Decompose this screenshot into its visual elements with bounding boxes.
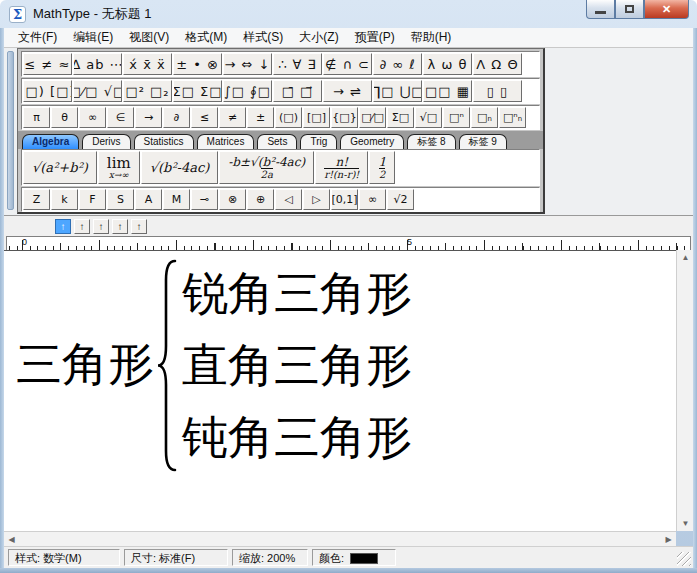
equation-left-label[interactable]: 三角形 bbox=[16, 334, 154, 396]
menu-item-6[interactable]: 预置(P) bbox=[347, 27, 403, 48]
small-bar-bottom-btn-8[interactable]: ⊕ bbox=[247, 189, 274, 210]
algebra-expression-btn-5[interactable]: 12 bbox=[369, 151, 395, 184]
menu-item-5[interactable]: 大小(Z) bbox=[291, 27, 346, 48]
algebra-expression-btn-4[interactable]: n!r!(n-r)! bbox=[315, 151, 368, 184]
small-bar-bottom-btn-12[interactable]: ∞ bbox=[359, 189, 386, 210]
menu-item-4[interactable]: 样式(S) bbox=[235, 27, 291, 48]
small-bar-top-btn-12[interactable]: □⁄□ bbox=[359, 107, 386, 128]
symbol-palette-4[interactable]: → ⇔ ↓ bbox=[223, 53, 272, 75]
title-bar[interactable]: Σ MathType - 无标题 1 ✕ bbox=[0, 0, 697, 28]
symbol-palette-6[interactable]: ∉ ∩ ⊂ bbox=[323, 53, 372, 75]
template-palette-7[interactable]: ∏□ ⋃□ bbox=[373, 80, 422, 102]
template-palette-1[interactable]: □⁄□ √□ bbox=[73, 80, 122, 102]
tab-algebra[interactable]: Algebra bbox=[22, 134, 79, 149]
small-bar-top-btn-11[interactable]: {□} bbox=[331, 107, 358, 128]
equation-case-item-1[interactable]: 直角三角形 bbox=[182, 329, 412, 401]
left-tab-button[interactable]: ↑ bbox=[55, 219, 71, 234]
small-bar-top-btn-5[interactable]: ∂ bbox=[163, 107, 190, 128]
small-bar-top-btn-15[interactable]: □ⁿ bbox=[443, 107, 470, 128]
menu-item-0[interactable]: 文件(F) bbox=[10, 27, 65, 48]
algebra-expression-btn-0[interactable]: √(a²+b²) bbox=[23, 151, 97, 184]
algebra-expression-btn-2[interactable]: √(b²-4ac) bbox=[141, 151, 219, 184]
small-bar-bottom-btn-2[interactable]: F bbox=[79, 189, 106, 210]
relational-tab-button[interactable]: ↑ bbox=[112, 219, 128, 234]
symbol-palette-1[interactable]: ∆ ab ⋯ bbox=[73, 53, 122, 75]
template-palette-2[interactable]: □² □₂ bbox=[123, 80, 172, 102]
horizontal-scrollbar[interactable]: ◀ ▶ bbox=[4, 531, 676, 546]
symbol-palette-0[interactable]: ≤ ≠ ≈ bbox=[23, 53, 72, 75]
menu-item-1[interactable]: 编辑(E) bbox=[65, 27, 121, 48]
menu-item-7[interactable]: 帮助(H) bbox=[403, 27, 460, 48]
small-bar-top-btn-2[interactable]: ∞ bbox=[79, 107, 106, 128]
template-palette-5[interactable]: □̄ □⃗ bbox=[273, 80, 322, 102]
symbol-palette-2[interactable]: x́ x̄ ẍ bbox=[123, 53, 172, 75]
tab-geometry[interactable]: Geometry bbox=[340, 134, 404, 149]
minimize-button[interactable] bbox=[586, 0, 615, 19]
equation-editing-area[interactable]: 三角形 锐角三角形直角三角形钝角三角形 bbox=[4, 250, 676, 531]
symbol-palette-9[interactable]: Λ Ω Θ bbox=[473, 53, 522, 75]
right-tab-button[interactable]: ↑ bbox=[93, 219, 109, 234]
template-palette-3[interactable]: Σ□ Σ□ bbox=[173, 80, 222, 102]
center-tab-button[interactable]: ↑ bbox=[74, 219, 90, 234]
resize-grip[interactable] bbox=[677, 552, 691, 566]
symbol-palette-5[interactable]: ∴ ∀ ∃ bbox=[273, 53, 322, 75]
tab-trig[interactable]: Trig bbox=[300, 134, 337, 149]
equation-case-list[interactable]: 锐角三角形直角三角形钝角三角形 bbox=[182, 257, 412, 473]
equation-case-item-2[interactable]: 钝角三角形 bbox=[182, 401, 412, 473]
status-size[interactable]: 尺寸: 标准(F) bbox=[124, 549, 228, 566]
vertical-scrollbar[interactable]: ▲ ▼ bbox=[676, 250, 693, 531]
small-bar-bottom-btn-13[interactable]: √2 bbox=[387, 189, 414, 210]
symbol-palette-3[interactable]: ± • ⊗ bbox=[173, 53, 222, 75]
menu-item-2[interactable]: 视图(V) bbox=[121, 27, 177, 48]
equation-case-item-0[interactable]: 锐角三角形 bbox=[182, 257, 412, 329]
small-bar-bottom-btn-10[interactable]: ▷ bbox=[303, 189, 330, 210]
template-palette-4[interactable]: ∫□ ∮□ bbox=[223, 80, 272, 102]
symbol-palette-7[interactable]: ∂ ∞ ℓ bbox=[373, 53, 422, 75]
template-palette-0[interactable]: (□) [□] bbox=[23, 80, 72, 102]
scroll-down-icon[interactable]: ▼ bbox=[678, 516, 693, 531]
status-color[interactable]: 颜色: bbox=[312, 549, 396, 566]
small-bar-bottom-btn-6[interactable]: ⊸ bbox=[191, 189, 218, 210]
small-bar-top-btn-3[interactable]: ∈ bbox=[107, 107, 134, 128]
small-bar-top-btn-9[interactable]: (□) bbox=[275, 107, 302, 128]
small-bar-top-btn-14[interactable]: √□ bbox=[415, 107, 442, 128]
tab-derivs[interactable]: Derivs bbox=[82, 134, 130, 149]
small-bar-top-btn-8[interactable]: ± bbox=[247, 107, 274, 128]
tab-sets[interactable]: Sets bbox=[257, 134, 297, 149]
ruler[interactable]: 05 bbox=[6, 236, 691, 251]
small-bar-bottom-btn-3[interactable]: S bbox=[107, 189, 134, 210]
small-bar-top-btn-4[interactable]: → bbox=[135, 107, 162, 128]
scroll-up-icon[interactable]: ▲ bbox=[678, 250, 693, 265]
template-palette-9[interactable]: ▯ ▯ bbox=[473, 80, 522, 102]
small-bar-bottom-btn-5[interactable]: M bbox=[163, 189, 190, 210]
restore-button[interactable] bbox=[615, 0, 644, 19]
small-bar-bottom-btn-9[interactable]: ◁ bbox=[275, 189, 302, 210]
small-bar-bottom-btn-11[interactable]: [0,1] bbox=[331, 189, 358, 210]
tab-matrices[interactable]: Matrices bbox=[197, 134, 255, 149]
tab-标签-9[interactable]: 标签 9 bbox=[459, 134, 507, 149]
symbol-palette-8[interactable]: λ ω θ bbox=[423, 53, 472, 75]
small-bar-top-btn-0[interactable]: π bbox=[23, 107, 50, 128]
scroll-left-icon[interactable]: ◀ bbox=[4, 532, 19, 547]
algebra-expression-btn-1[interactable]: limx→∞ bbox=[98, 151, 140, 184]
algebra-expression-btn-3[interactable]: -b±√(b²-4ac)2a bbox=[219, 151, 314, 184]
status-zoom[interactable]: 缩放: 200% bbox=[232, 549, 308, 566]
tab-标签-8[interactable]: 标签 8 bbox=[407, 134, 455, 149]
template-palette-8[interactable]: □□ ▦ bbox=[423, 80, 472, 102]
equation[interactable]: 三角形 锐角三角形直角三角形钝角三角形 bbox=[16, 257, 412, 473]
small-bar-top-btn-7[interactable]: ≠ bbox=[219, 107, 246, 128]
status-style[interactable]: 样式: 数学(M) bbox=[8, 549, 120, 566]
template-palette-6[interactable]: → ⇌ bbox=[323, 80, 372, 102]
small-bar-top-btn-16[interactable]: □ₙ bbox=[471, 107, 498, 128]
scroll-right-icon[interactable]: ▶ bbox=[661, 532, 676, 547]
decimal-tab-button[interactable]: ↑ bbox=[131, 219, 147, 234]
small-bar-top-btn-6[interactable]: ≤ bbox=[191, 107, 218, 128]
tab-statistics[interactable]: Statistics bbox=[134, 134, 194, 149]
small-bar-top-btn-17[interactable]: □ⁿₙ bbox=[499, 107, 526, 128]
small-bar-bottom-btn-1[interactable]: k bbox=[51, 189, 78, 210]
small-bar-top-btn-10[interactable]: [□] bbox=[303, 107, 330, 128]
small-bar-top-btn-13[interactable]: Σ□ bbox=[387, 107, 414, 128]
small-bar-bottom-btn-0[interactable]: Z bbox=[23, 189, 50, 210]
small-bar-bottom-btn-4[interactable]: A bbox=[135, 189, 162, 210]
menu-item-3[interactable]: 格式(M) bbox=[177, 27, 235, 48]
